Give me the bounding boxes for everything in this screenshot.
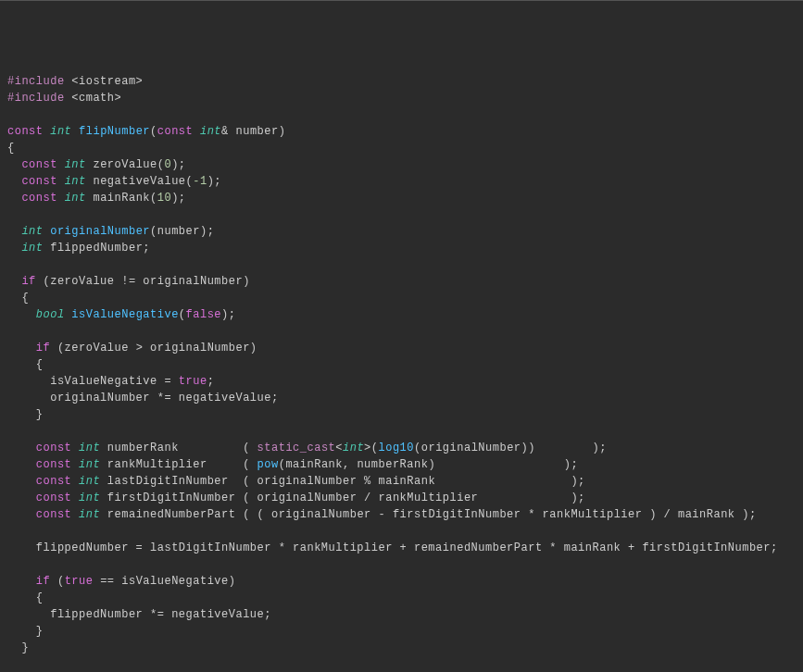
code-line[interactable]: } [7, 640, 796, 656]
token-punct: numberRank ( [100, 442, 257, 454]
token-punct: { [7, 591, 44, 604]
code-line[interactable]: const int negativeValue(-1); [7, 173, 796, 190]
token-punct: flippedNumber; [44, 242, 151, 255]
token-type: int [65, 175, 86, 188]
token-type: int [65, 192, 86, 205]
token-punct [7, 442, 36, 454]
code-line[interactable]: #include <cmath> [7, 90, 796, 106]
token-type: int [65, 158, 86, 171]
code-line[interactable]: { [7, 590, 796, 606]
token-punct [7, 242, 21, 255]
token-punct [7, 458, 36, 471]
code-line[interactable]: const int flipNumber(const int& number) [7, 123, 796, 140]
token-punct: lastDigitInNumber ( originalNumber % mai… [100, 475, 585, 488]
token-punct: } [7, 408, 44, 421]
code-line[interactable]: } [7, 406, 796, 423]
token-punct [71, 125, 79, 138]
token-punct: (zeroValue != originalNumber) [36, 275, 250, 288]
code-line[interactable]: #include <iostream> [7, 73, 796, 90]
token-type: int [79, 492, 100, 504]
token-const-kw: const [36, 475, 79, 488]
token-punct: { [7, 358, 44, 371]
token-func: isValueNegative [71, 308, 179, 321]
code-line[interactable] [7, 206, 796, 223]
token-const-kw: const [21, 192, 64, 205]
code-line[interactable] [7, 423, 796, 440]
token-const-kw: const [36, 458, 79, 471]
code-line[interactable] [7, 523, 796, 540]
token-boolean: true [179, 375, 207, 388]
token-type: int [200, 125, 221, 138]
token-punct: ( [50, 575, 64, 588]
token-type: int [21, 225, 43, 238]
token-punct: flippedNumber *= negativeValue; [7, 608, 271, 621]
code-line[interactable] [7, 656, 796, 672]
token-punct: >( [364, 442, 378, 454]
code-editor[interactable]: #include <iostream>#include <cmath> cons… [7, 73, 796, 672]
token-punct: { [7, 142, 15, 155]
token-type: int [21, 242, 43, 255]
code-line[interactable] [7, 256, 796, 273]
token-punct: } [7, 641, 29, 654]
token-const-kw: const [157, 125, 200, 138]
token-number: 0 [164, 158, 171, 171]
code-line[interactable]: { [7, 290, 796, 306]
token-punct: == isValueNegative) [93, 575, 235, 588]
token-boolean: false [186, 308, 222, 321]
token-func: originalNumber [50, 225, 150, 238]
code-line[interactable]: isValueNegative = true; [7, 373, 796, 390]
code-line[interactable]: int flippedNumber; [7, 240, 796, 256]
token-punct [7, 342, 36, 355]
token-type: int [79, 458, 100, 471]
code-line[interactable]: originalNumber *= negativeValue; [7, 390, 796, 406]
code-line[interactable]: const int zeroValue(0); [7, 156, 796, 173]
code-line[interactable]: { [7, 140, 796, 156]
token-punct: isValueNegative = [7, 375, 179, 388]
code-line[interactable]: const int remainedNumberPart ( ( origina… [7, 506, 796, 523]
token-preproc: #include [7, 92, 71, 105]
token-punct [7, 158, 21, 171]
token-punct: } [7, 625, 44, 638]
code-line[interactable]: } [7, 623, 796, 640]
token-type: int [79, 475, 100, 488]
code-line[interactable]: int originalNumber(number); [7, 223, 796, 240]
code-line[interactable]: const int firstDigitInNumber ( originalN… [7, 490, 796, 506]
code-line[interactable] [7, 323, 796, 340]
code-line[interactable]: const int numberRank ( static_cast<int>(… [7, 440, 796, 456]
code-line[interactable]: const int lastDigitInNumber ( originalNu… [7, 473, 796, 490]
token-number: -1 [193, 175, 207, 188]
token-punct: ( [150, 125, 157, 138]
token-number: 10 [157, 192, 171, 205]
token-punct: rankMultiplier ( [100, 458, 257, 471]
code-line[interactable]: if (zeroValue > originalNumber) [7, 340, 796, 356]
code-line[interactable]: flippedNumber *= negativeValue; [7, 606, 796, 623]
code-line[interactable]: flippedNumber = lastDigitInNumber * rank… [7, 540, 796, 556]
code-line[interactable]: const int rankMultiplier ( pow(mainRank,… [7, 456, 796, 473]
token-punct: negativeValue( [86, 175, 194, 188]
token-punct [7, 475, 36, 488]
token-punct: ( [179, 308, 186, 321]
code-line[interactable] [7, 106, 796, 123]
code-line[interactable]: if (true == isValueNegative) [7, 573, 796, 590]
token-punct: mainRank( [86, 192, 157, 205]
token-punct [7, 192, 21, 205]
token-func: log10 [379, 442, 415, 454]
code-line[interactable]: { [7, 356, 796, 373]
token-punct: ); [221, 308, 235, 321]
code-line[interactable] [7, 556, 796, 573]
token-const-kw: const [7, 125, 50, 138]
code-line[interactable]: if (zeroValue != originalNumber) [7, 273, 796, 290]
code-line[interactable]: const int mainRank(10); [7, 190, 796, 206]
token-punct: ); [171, 158, 185, 171]
token-punct: remainedNumberPart ( ( originalNumber - … [100, 508, 757, 521]
token-punct: ); [171, 192, 185, 205]
token-type: int [79, 508, 100, 521]
code-line[interactable]: bool isValueNegative(false); [7, 306, 796, 323]
token-punct [7, 308, 36, 321]
token-punct: originalNumber *= negativeValue; [7, 392, 279, 404]
token-include-path: <cmath> [71, 92, 121, 105]
token-punct: ; [207, 375, 215, 388]
token-cast: static_cast [257, 442, 336, 454]
token-punct: firstDigitInNumber ( originalNumber / ra… [100, 492, 585, 504]
token-punct [7, 575, 36, 588]
